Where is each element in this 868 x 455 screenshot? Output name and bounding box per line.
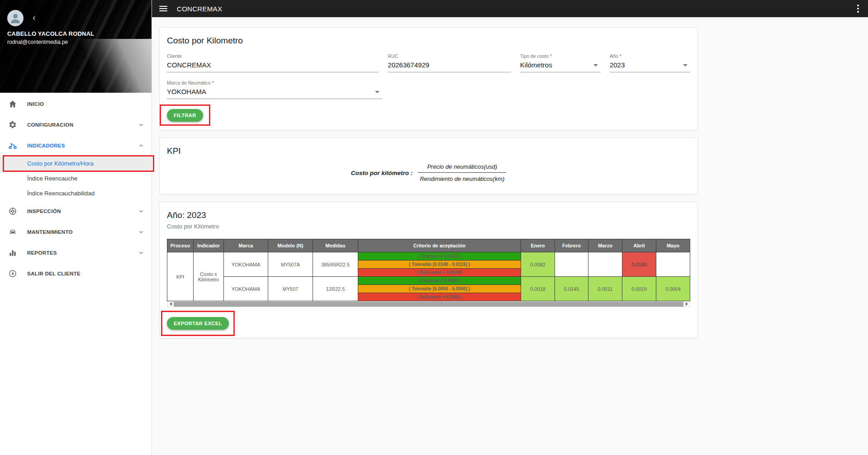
kpi-formula: Costo por kilómetro : Precio de neumátic…: [167, 163, 690, 182]
exportar-button-wrap: EXPORTAR EXCEL: [167, 317, 229, 330]
kpi-formula-label: Costo por kilómetro :: [351, 170, 413, 176]
filtrar-button-wrap: FILTRAR: [167, 109, 203, 122]
col-header-marca: Marca: [224, 239, 268, 252]
sidebar-item-label: INSPECCIÓN: [27, 209, 138, 214]
field-value: Kilómetros: [520, 61, 601, 69]
modelo-cell: MY507: [268, 277, 313, 301]
sidebar-item-indice-reencauchabilidad[interactable]: Índice Reencauchabilidad: [0, 186, 152, 201]
sidebar-item-costo-por-kilometro-hora[interactable]: Costo por Kilómetro/Hora: [0, 156, 152, 171]
sidebar-item-reportes[interactable]: REPORTES: [0, 242, 152, 263]
indicators-icon: [7, 140, 18, 151]
collapse-chevron-icon[interactable]: ‹: [33, 12, 36, 23]
table-row: KPI Costo x Kilómetro YOKOHAMA MY507A 38…: [167, 252, 690, 261]
marca-cell: YOKOHAMA: [224, 277, 268, 301]
field-value: 2023: [610, 61, 690, 69]
sidebar-menu: INICIO CONFIGURACION INDICADORES Costo p…: [0, 93, 152, 284]
hamburger-menu-icon[interactable]: [159, 6, 167, 11]
exit-icon: [7, 268, 18, 279]
col-header-modelo: Modelo (N): [268, 239, 313, 252]
gear-icon: [7, 119, 18, 130]
sidebar-item-indice-reencauche[interactable]: Índice Reencauche: [0, 171, 152, 186]
dropdown-arrow-icon[interactable]: [375, 91, 379, 93]
field-value: YOKOHAMA: [167, 88, 382, 95]
kpi-card: KPI Costo por kilómetro : Precio de neum…: [159, 137, 698, 194]
col-header-enero: Enero: [521, 239, 555, 252]
kpi-denominator: Rendimiento de neumáticos(km): [418, 175, 506, 182]
sidebar-item-label: MANTENIMIENTO: [27, 229, 138, 235]
criterio-deficiente-cell: ( Deficiente > 0.0140): [358, 269, 521, 277]
main-area: CONCREMAX Costo por Kilometro Cliente CO…: [152, 0, 868, 455]
criterio-objetivo-cell: ( Objetivo < 0.0115 ): [358, 252, 521, 261]
kpi-numerator: Precio de neumáticos(usd): [418, 163, 506, 173]
chevron-up-icon: [138, 142, 144, 149]
dropdown-arrow-icon[interactable]: [683, 64, 688, 66]
sidebar-item-label: INDICADORES: [27, 143, 138, 148]
criterio-deficiente-cell: ( Deficiente > 6.0000 ): [358, 293, 521, 301]
chevron-down-icon: [138, 208, 144, 214]
results-card: Año: 2023 Costo por Kilómetro Proceso In…: [159, 202, 698, 338]
marca-cell: YOKOHAMA: [224, 252, 268, 277]
dropdown-arrow-icon[interactable]: [593, 64, 598, 66]
results-card-subtitle: Costo por Kilómetro: [167, 223, 690, 230]
medidas-cell: 12R22.5: [313, 277, 358, 301]
home-icon: [7, 99, 18, 109]
page-content: Costo por Kilometro Cliente CONCREMAX RU…: [152, 17, 868, 455]
indicador-cell: Costo x Kilómetro: [194, 252, 224, 301]
scroll-left-arrow-icon[interactable]: [167, 301, 174, 307]
col-header-criterio: Criterio de aceptación: [358, 239, 521, 252]
sidebar-item-indicadores[interactable]: INDICADORES: [0, 135, 152, 156]
field-label: RUC: [388, 53, 511, 59]
filter-fields-row-1: Cliente CONCREMAX RUC 20263674929 Tipo d…: [167, 53, 690, 72]
user-name: CABELLO YACOLCA RODNAL: [7, 30, 94, 37]
ruc-field[interactable]: RUC 20263674929: [388, 53, 511, 72]
cliente-field[interactable]: Cliente CONCREMAX: [167, 53, 379, 72]
scrollbar-thumb[interactable]: [174, 302, 683, 307]
col-header-febrero: Febrero: [555, 239, 588, 252]
results-card-title: Año: 2023: [167, 210, 690, 220]
tipo-de-costo-select[interactable]: Tipo de costo * Kilómetros: [520, 53, 601, 72]
sidebar-item-salir-del-cliente[interactable]: SALIR DEL CLIENTE: [0, 263, 152, 284]
col-header-medidas: Medidas: [313, 239, 358, 252]
filtrar-button[interactable]: FILTRAR: [167, 109, 203, 122]
sidebar-item-label: SALIR DEL CLIENTE: [27, 271, 144, 276]
exportar-excel-button[interactable]: EXPORTAR EXCEL: [167, 317, 229, 330]
sidebar-item-label: INICIO: [27, 101, 144, 107]
sidebar-item-label: CONFIGURACION: [27, 122, 138, 128]
field-value: 20263674929: [388, 61, 511, 69]
anio-select[interactable]: Año * 2023: [610, 53, 690, 72]
avatar[interactable]: [7, 10, 24, 26]
submenu-item-label: Costo por Kilómetro/Hora: [27, 160, 94, 167]
sidebar-item-mantenimiento[interactable]: MANTENIMIENTO: [0, 222, 152, 242]
month-value-cell: 0.0019: [622, 277, 656, 301]
filter-card-title: Costo por Kilometro: [167, 36, 690, 46]
filter-fields-row-2: Marca de Neumático * YOKOHAMA: [167, 80, 690, 99]
maintenance-icon: [7, 227, 18, 237]
kebab-menu-icon[interactable]: [855, 3, 861, 14]
app-title: CONCREMAX: [177, 5, 222, 13]
month-value-cell: 0.0145: [555, 277, 588, 301]
month-value-cell: [555, 252, 588, 277]
field-label: Marca de Neumático *: [167, 80, 382, 85]
medidas-cell: 385/65R22.5: [313, 252, 358, 277]
chevron-down-icon: [138, 250, 144, 256]
criterio-objetivo-cell: ( Objetivo < 5.0000 ): [358, 277, 521, 285]
inspection-icon: [7, 206, 18, 217]
field-label: Año *: [610, 53, 690, 59]
user-email: rodnal@contentmedia.pe: [7, 39, 68, 45]
person-icon: [9, 11, 22, 25]
scroll-right-arrow-icon[interactable]: [683, 301, 690, 307]
field-label: Tipo de costo *: [520, 53, 601, 59]
marca-neumatico-select[interactable]: Marca de Neumático * YOKOHAMA: [167, 80, 382, 99]
sidebar-item-configuracion[interactable]: CONFIGURACION: [0, 114, 152, 135]
col-header-proceso: Proceso: [167, 239, 194, 252]
month-value-cell: 0.0082: [521, 252, 555, 277]
sidebar-item-inspeccion[interactable]: INSPECCIÓN: [0, 201, 152, 222]
bar-chart-icon: [7, 247, 18, 258]
horizontal-scrollbar[interactable]: [167, 301, 690, 307]
month-value-cell: 0.0011: [588, 277, 622, 301]
field-value: CONCREMAX: [167, 61, 379, 69]
month-value-cell: [588, 252, 622, 277]
indicadores-submenu: Costo por Kilómetro/Hora Índice Reencauc…: [0, 156, 152, 201]
field-label: Cliente: [167, 53, 379, 59]
sidebar-item-inicio[interactable]: INICIO: [0, 94, 152, 114]
